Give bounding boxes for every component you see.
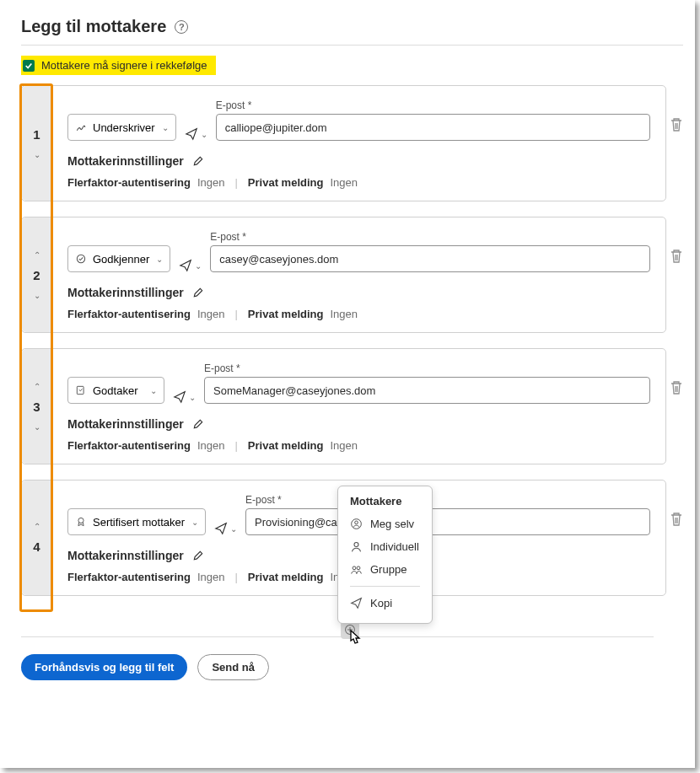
svg-point-5 bbox=[354, 543, 358, 547]
delivery-select[interactable]: ⌄ bbox=[179, 259, 202, 272]
mfa-label: Flerfaktor-autentisering bbox=[67, 439, 191, 452]
chevron-down-icon: ⌄ bbox=[191, 518, 198, 527]
role-select[interactable]: Underskriver ⌄ bbox=[67, 114, 176, 141]
separator: | bbox=[231, 308, 240, 320]
popover-item-copy[interactable]: Kopi bbox=[338, 592, 432, 615]
chevron-up-icon[interactable]: ⌃ bbox=[34, 522, 40, 531]
recipient-settings-label: Mottakerinnstillinger bbox=[67, 286, 184, 299]
recipient-settings-label: Mottakerinnstillinger bbox=[67, 154, 184, 168]
email-input[interactable] bbox=[245, 508, 650, 535]
popover-divider bbox=[350, 586, 420, 587]
mfa-value: Ingen bbox=[197, 439, 225, 452]
mfa-label: Flerfaktor-autentisering bbox=[67, 571, 191, 583]
acceptor-icon bbox=[75, 384, 87, 396]
role-label: Godkjenner bbox=[93, 253, 149, 266]
sign-order-toggle[interactable]: Mottakere må signere i rekkefølge bbox=[21, 56, 216, 75]
mfa-label: Flerfaktor-autentisering bbox=[67, 176, 191, 189]
svg-point-4 bbox=[355, 521, 358, 524]
private-message-label: Privat melding bbox=[248, 176, 324, 189]
popover-item-group[interactable]: Gruppe bbox=[338, 558, 432, 581]
chevron-up-icon[interactable]: ⌃ bbox=[34, 382, 40, 391]
group-icon bbox=[350, 563, 363, 576]
recipient-settings-label: Mottakerinnstillinger bbox=[67, 549, 184, 562]
private-message-value: Ingen bbox=[330, 176, 358, 189]
edit-icon[interactable] bbox=[192, 155, 204, 167]
page-title: Legg til mottakere bbox=[21, 17, 166, 36]
divider bbox=[21, 636, 654, 637]
chevron-down-icon: ⌄ bbox=[150, 386, 157, 395]
signer-icon bbox=[75, 121, 87, 133]
email-input[interactable] bbox=[210, 245, 650, 272]
delete-recipient-button[interactable] bbox=[670, 117, 683, 136]
popover-item-myself[interactable]: Meg selv bbox=[338, 513, 432, 535]
private-message-label: Privat melding bbox=[248, 308, 324, 320]
user-circle-icon bbox=[350, 518, 363, 530]
popover-item-label: Kopi bbox=[370, 597, 392, 609]
send-icon bbox=[179, 259, 192, 272]
private-message-label: Privat melding bbox=[248, 571, 324, 583]
chevron-down-icon[interactable]: ⌄ bbox=[34, 150, 40, 159]
popover-item-label: Individuell bbox=[370, 540, 419, 553]
popover-item-individual[interactable]: Individuell bbox=[338, 535, 432, 558]
chevron-down-icon: ⌄ bbox=[201, 130, 207, 139]
role-select[interactable]: Godkjenner ⌄ bbox=[67, 245, 170, 272]
role-select[interactable]: Godtaker ⌄ bbox=[67, 377, 164, 404]
chevron-down-icon[interactable]: ⌄ bbox=[34, 422, 40, 432]
order-column[interactable]: 1 ⌄ bbox=[22, 86, 52, 201]
chevron-up-icon[interactable]: ⌃ bbox=[34, 250, 40, 260]
divider bbox=[21, 45, 683, 46]
popover-item-label: Meg selv bbox=[370, 518, 414, 530]
chevron-down-icon: ⌄ bbox=[156, 255, 163, 264]
approver-icon bbox=[75, 253, 87, 265]
private-message-value: Ingen bbox=[330, 439, 358, 452]
svg-point-7 bbox=[357, 566, 360, 570]
edit-icon[interactable] bbox=[192, 287, 204, 298]
recipient-card: ⌃ 3 ⌄ Godtaker ⌄ ⌄ bbox=[21, 348, 666, 464]
role-label: Underskriver bbox=[93, 121, 155, 134]
email-input[interactable] bbox=[216, 114, 650, 141]
certified-icon bbox=[75, 516, 87, 528]
role-select[interactable]: Sertifisert mottaker ⌄ bbox=[67, 508, 206, 535]
edit-icon[interactable] bbox=[192, 550, 204, 561]
chevron-down-icon: ⌄ bbox=[230, 524, 237, 534]
recipient-card: ⌃ 2 ⌄ Godkjenner ⌄ ⌄ bbox=[21, 217, 666, 333]
separator: | bbox=[231, 176, 240, 189]
order-number: 1 bbox=[33, 127, 40, 142]
svg-point-0 bbox=[77, 255, 84, 262]
separator: | bbox=[231, 439, 240, 452]
chevron-down-icon[interactable]: ⌄ bbox=[34, 291, 40, 300]
chevron-down-icon: ⌄ bbox=[189, 393, 196, 402]
order-column[interactable]: ⌃ 3 ⌄ bbox=[22, 349, 52, 464]
edit-icon[interactable] bbox=[192, 418, 204, 430]
email-label: E-post * bbox=[245, 494, 650, 506]
delivery-select[interactable]: ⌄ bbox=[214, 522, 237, 535]
popover-title: Mottakere bbox=[338, 495, 432, 513]
chevron-down-icon: ⌄ bbox=[162, 123, 169, 132]
email-input[interactable] bbox=[204, 377, 650, 404]
chevron-down-icon: ⌄ bbox=[195, 261, 202, 271]
delete-recipient-button[interactable] bbox=[670, 380, 683, 399]
send-icon bbox=[173, 390, 186, 404]
mfa-value: Ingen bbox=[197, 571, 225, 583]
help-icon[interactable]: ? bbox=[175, 20, 188, 34]
order-column[interactable]: ⌃ 4 bbox=[22, 480, 52, 595]
recipient-card: 1 ⌄ Underskriver ⌄ ⌄ bbox=[21, 85, 666, 201]
delete-recipient-button[interactable] bbox=[670, 512, 683, 530]
private-message-value: Ingen bbox=[330, 308, 358, 320]
separator: | bbox=[231, 571, 240, 583]
delivery-select[interactable]: ⌄ bbox=[173, 390, 196, 404]
delete-recipient-button[interactable] bbox=[670, 249, 683, 267]
checkbox-checked-icon[interactable] bbox=[23, 60, 35, 72]
email-label: E-post * bbox=[210, 231, 650, 243]
send-icon bbox=[185, 127, 198, 141]
sign-order-label: Mottakere må signere i rekkefølge bbox=[41, 59, 207, 72]
delivery-select[interactable]: ⌄ bbox=[185, 127, 207, 141]
preview-button[interactable]: Forhåndsvis og legg til felt bbox=[21, 654, 187, 680]
send-now-button[interactable]: Send nå bbox=[197, 654, 269, 680]
recipient-settings-label: Mottakerinnstillinger bbox=[67, 417, 184, 431]
plus-circle-icon bbox=[344, 624, 356, 636]
mfa-label: Flerfaktor-autentisering bbox=[67, 308, 191, 320]
mfa-value: Ingen bbox=[197, 308, 225, 320]
user-icon bbox=[350, 540, 363, 553]
order-column[interactable]: ⌃ 2 ⌄ bbox=[22, 217, 52, 332]
